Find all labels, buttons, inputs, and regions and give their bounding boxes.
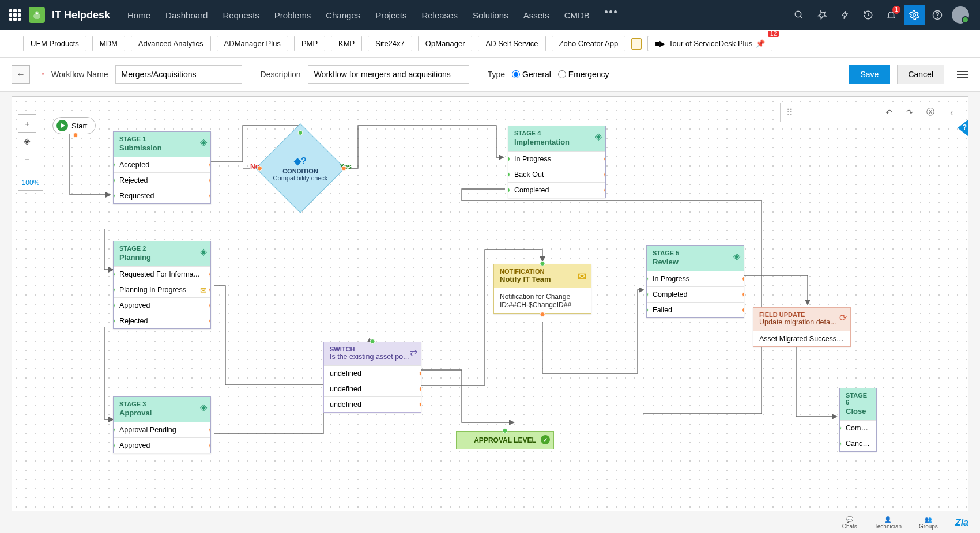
switch-item-2[interactable]: undefined (324, 381, 421, 396)
shortcut-zohocreator[interactable]: Zoho Creator App (552, 36, 626, 51)
stage2-card[interactable]: STAGE 2 Planning ◈ Requested For Informa… (113, 241, 211, 329)
stage6-card[interactable]: STAGE 6 Close Completed Canceled (839, 388, 877, 452)
shortcut-admanager[interactable]: ADManager Plus (217, 36, 288, 51)
stage5-card[interactable]: STAGE 5 Review ◈ In Progress Completed F… (646, 245, 744, 318)
switch-item-1[interactable]: undefined (324, 365, 421, 381)
switch-node[interactable]: SWITCH Is the existing asset po... ⇄ und… (323, 342, 421, 413)
nav-projects[interactable]: Projects (375, 10, 406, 20)
type-emergency-radio[interactable]: Emergency (558, 70, 609, 79)
apps-grid-icon[interactable] (9, 9, 21, 21)
brand-title: IT Helpdesk (52, 9, 110, 21)
clipboard-icon[interactable] (631, 38, 642, 50)
footer-groups[interactable]: 👥Groups (919, 516, 938, 530)
fieldupd-item[interactable]: Asset Migrated Successfu... (753, 331, 850, 346)
nav-more-icon[interactable] (605, 10, 617, 20)
shortcut-analytics[interactable]: Advanced Analytics (131, 36, 211, 51)
mail-icon: ✉ (578, 270, 586, 283)
cancel-button[interactable]: Cancel (897, 65, 944, 84)
help-flag[interactable]: ? (958, 120, 968, 136)
nav-dashboard[interactable]: Dashboard (165, 10, 208, 20)
save-button[interactable]: Save (849, 65, 890, 84)
stage1-item-rejected[interactable]: Rejected (114, 172, 210, 188)
approval-level-node[interactable]: APPROVAL LEVEL ✓ (456, 431, 554, 449)
redo-icon[interactable]: ↷ (899, 103, 920, 122)
nav-releases[interactable]: Releases (421, 10, 458, 20)
history-icon[interactable] (858, 5, 879, 25)
stage2-item-rejected[interactable]: Rejected (114, 313, 210, 328)
zoom-center-button[interactable]: ◈ (18, 132, 36, 150)
stage5-item-progress[interactable]: In Progress (647, 271, 744, 286)
zoom-in-button[interactable]: + (18, 114, 36, 133)
fieldupd-name: Update migration deta... (759, 318, 845, 326)
type-general-label: General (522, 70, 551, 79)
nav-changes[interactable]: Changes (326, 10, 360, 20)
settings-icon[interactable] (904, 5, 925, 25)
stage2-item-planning[interactable]: Planning In Progress✉ (114, 282, 210, 297)
zia-logo[interactable]: Zia (955, 517, 968, 528)
user-avatar[interactable] (950, 5, 971, 25)
required-marker: * (42, 70, 44, 79)
stage2-item-requested[interactable]: Requested For Informa... (114, 266, 210, 282)
nav-assets[interactable]: Assets (523, 10, 549, 20)
nav-cmdb[interactable]: CMDB (564, 10, 590, 20)
footer-chats[interactable]: 💬Chats (842, 516, 857, 530)
shortcut-adself[interactable]: AD Self Service (478, 36, 545, 51)
shortcut-pmp[interactable]: PMP (294, 36, 325, 51)
fieldupd-type: FIELD UPDATE (759, 311, 845, 318)
stage3-name: Approval (119, 409, 205, 417)
switch-item-3[interactable]: undefined (324, 396, 421, 412)
stage3-title: STAGE 3 (119, 400, 205, 407)
shortcut-kmp[interactable]: KMP (331, 36, 362, 51)
shortcut-opmanager[interactable]: OpManager (418, 36, 473, 51)
stage5-item-failed[interactable]: Failed (647, 302, 744, 317)
type-general-radio[interactable]: General (512, 70, 551, 79)
nav-home[interactable]: Home (127, 10, 150, 20)
tour-button[interactable]: ■▶ Tour of ServiceDesk Plus 📌 12 (647, 36, 772, 51)
stage4-card[interactable]: STAGE 4 Implementation ◈ In Progress Bac… (508, 126, 606, 198)
stage5-item-completed[interactable]: Completed (647, 286, 744, 302)
workflow-form-bar: ← * Workflow Name Description Type Gener… (0, 58, 980, 92)
help-icon[interactable] (927, 5, 948, 25)
stage3-item-pending[interactable]: Approval Pending (114, 422, 210, 437)
undo-icon[interactable]: ↶ (879, 103, 899, 122)
approval-level-label: APPROVAL LEVEL (474, 436, 536, 444)
shortcut-uem[interactable]: UEM Products (23, 36, 86, 51)
more-menu-icon[interactable] (957, 71, 968, 78)
stage4-item-completed[interactable]: Completed (508, 182, 605, 198)
stage1-name: Submission (119, 143, 205, 152)
workflow-name-input[interactable] (115, 65, 242, 84)
stage1-card[interactable]: STAGE 1 Submission ◈ Accepted Rejected R… (113, 131, 211, 204)
stage1-item-requested[interactable]: Requested (114, 188, 210, 203)
notification-node[interactable]: NOTIFICATION Notify IT Team ✉ Notificati… (493, 264, 591, 314)
stage4-item-progress[interactable]: In Progress (508, 151, 605, 167)
nav-requests[interactable]: Requests (223, 10, 259, 20)
close-icon[interactable]: ⓧ (920, 103, 941, 122)
pin-icon[interactable] (812, 5, 832, 25)
stage1-item-accepted[interactable]: Accepted (114, 157, 210, 172)
field-update-node[interactable]: FIELD UPDATE Update migration deta... ⟳ … (753, 307, 851, 347)
nav-problems[interactable]: Problems (274, 10, 311, 20)
stage3-card[interactable]: STAGE 3 Approval ◈ Approval Pending Appr… (113, 396, 211, 453)
stage6-item-completed[interactable]: Completed (840, 420, 876, 436)
condition-node[interactable]: ◆? CONDITION Compatibility check No Yes (251, 134, 349, 203)
search-icon[interactable] (789, 5, 809, 25)
stage4-name: Implementation (514, 138, 600, 146)
stage2-item-approved[interactable]: Approved (114, 297, 210, 313)
collapse-icon[interactable]: ‹ (941, 103, 962, 122)
shortcut-site24x7[interactable]: Site24x7 (368, 36, 412, 51)
shortcut-mdm[interactable]: MDM (92, 36, 125, 51)
bolt-icon[interactable] (835, 5, 855, 25)
drag-handle-icon[interactable]: ⠿ (781, 107, 798, 118)
start-node[interactable]: Start (52, 117, 96, 134)
bell-icon[interactable]: 1 (881, 5, 902, 25)
zoom-out-button[interactable]: − (18, 150, 36, 168)
stage6-item-canceled[interactable]: Canceled (840, 436, 876, 451)
stage3-item-approved[interactable]: Approved (114, 437, 210, 453)
stage1-title: STAGE 1 (119, 135, 205, 142)
description-input[interactable] (308, 65, 469, 84)
stage4-item-backout[interactable]: Back Out (508, 167, 605, 182)
back-button[interactable]: ← (12, 65, 30, 84)
nav-solutions[interactable]: Solutions (473, 10, 508, 20)
footer-technician[interactable]: 👤Technician (875, 516, 902, 530)
workflow-canvas[interactable]: ⠿ ↶ ↷ ⓧ ‹ ? + ◈ − 100% (12, 96, 968, 511)
